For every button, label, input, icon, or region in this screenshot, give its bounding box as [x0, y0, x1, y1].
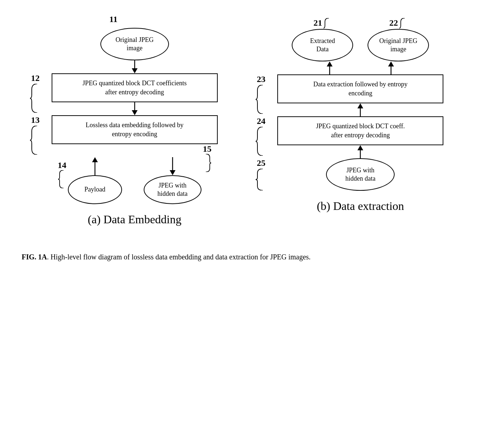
brace-12: [30, 84, 41, 113]
arrow-up-3: [355, 103, 366, 116]
brace-23: [256, 85, 266, 114]
node-jpeg-hidden-right: JPEG with hidden data: [326, 158, 395, 191]
ref-label-12: 12: [31, 73, 40, 83]
brace-24: [256, 127, 266, 156]
fig-caption-bold: FIG. 1A: [22, 253, 47, 261]
arrow-up-4: [355, 145, 366, 158]
svg-marker-7: [170, 170, 175, 175]
arrow-up-original: [386, 61, 396, 74]
svg-marker-3: [132, 110, 138, 115]
brace-15: [203, 154, 211, 172]
arrow-down-hidden: [167, 157, 178, 175]
node-jpeg-hidden-left: JPEG with hidden data: [144, 175, 201, 204]
svg-marker-1: [132, 68, 138, 73]
node-payload: Payload: [68, 175, 122, 204]
ref-label-23: 23: [257, 74, 265, 84]
left-diagram: 11 11 Original JPEG image: [30, 14, 239, 226]
svg-marker-8: [327, 61, 333, 66]
node-original-jpeg-right: Original JPEG image: [368, 29, 429, 61]
fig-caption-text: . High-level flow diagram of lossless da…: [47, 253, 311, 261]
svg-marker-4: [92, 157, 98, 162]
node-jpeg-quantized-right: JPEG quantized block DCT coeff. after en…: [277, 116, 443, 145]
diagrams-row: 11 11 Original JPEG image: [22, 14, 473, 226]
node-extracted-data: Extracted Data: [292, 29, 353, 61]
ref-label-15: 15: [203, 144, 212, 154]
node-jpeg-quantized-left: JPEG quantized block DCT coefficients af…: [52, 73, 218, 102]
ref-label-21: 21: [313, 18, 322, 28]
main-container: 11 11 Original JPEG image: [22, 14, 473, 262]
left-diagram-caption: (a) Data Embedding: [88, 213, 181, 226]
svg-marker-14: [357, 145, 363, 150]
brace-25: [256, 169, 266, 190]
brace-14: [58, 170, 66, 188]
ref-label-24: 24: [257, 116, 265, 126]
arrow-down-1: [129, 60, 140, 73]
fig-caption: FIG. 1A. High-level flow diagram of loss…: [22, 251, 311, 262]
node-original-jpeg-left: Original JPEG image: [100, 28, 169, 60]
arrow-down-2: [129, 102, 140, 115]
arrow-up-payload: [90, 157, 100, 175]
right-diagram: 21 Extracted Data 22: [256, 14, 465, 213]
node-data-extraction-box: Data extraction followed by entropy enco…: [277, 74, 443, 103]
ref-label-25: 25: [257, 158, 265, 168]
ref-label-13: 13: [31, 115, 40, 125]
ref-label-14: 14: [58, 160, 66, 170]
right-diagram-caption: (b) Data extraction: [317, 199, 404, 213]
arrow-up-extracted: [324, 61, 335, 74]
ref-label-22: 22: [389, 18, 398, 28]
svg-marker-12: [357, 103, 363, 108]
node-lossless-embedding: Lossless data embedding followed by entr…: [52, 115, 218, 144]
svg-marker-10: [388, 61, 394, 66]
